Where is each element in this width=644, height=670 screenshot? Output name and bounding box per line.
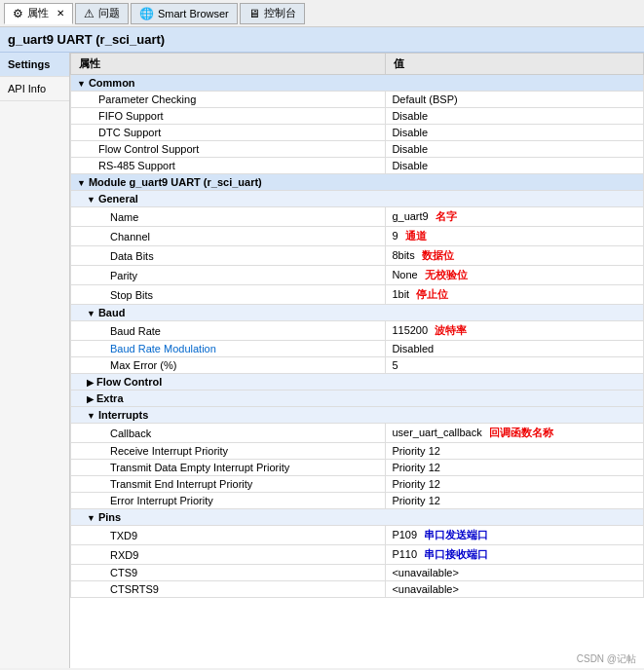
sidebar-item-settings[interactable]: Settings: [0, 53, 69, 77]
subsection-extra[interactable]: ▶Extra: [71, 391, 644, 407]
row-rxd9[interactable]: RXD9 P110 串口接收端口: [71, 545, 644, 565]
content-area: 属性 值 ▼Common Parameter Checking Default …: [70, 53, 644, 668]
row-txd9[interactable]: TXD9 P109 串口发送端口: [71, 526, 644, 545]
row-cts9[interactable]: CTS9 <unavailable>: [71, 565, 644, 581]
subsection-flow-control[interactable]: ▶Flow Control: [71, 374, 644, 391]
topbar: ⚙ 属性 ✕ ⚠ 问题 🌐 Smart Browser 🖥 控制台: [0, 0, 644, 27]
console-icon: 🖥: [248, 7, 260, 20]
collapse-module-icon: ▼: [77, 178, 86, 188]
subsection-general[interactable]: ▼General: [71, 191, 644, 207]
expand-extra-icon: ▶: [87, 394, 94, 404]
row-ctsrts9[interactable]: CTSRTS9 <unavailable>: [71, 581, 644, 598]
sidebar: Settings API Info: [0, 53, 70, 668]
close-icon[interactable]: ✕: [57, 8, 64, 19]
tab-smart-browser-label: Smart Browser: [158, 8, 229, 19]
row-receive-interrupt-priority[interactable]: Receive Interrupt Priority Priority 12: [71, 443, 644, 460]
title-bar: g_uart9 UART (r_sci_uart): [0, 27, 644, 53]
tab-console[interactable]: 🖥 控制台: [240, 3, 305, 24]
row-parity[interactable]: Parity None 无校验位: [71, 266, 644, 285]
row-flow-control-support[interactable]: Flow Control Support Disable: [71, 141, 644, 158]
collapse-baud-icon: ▼: [87, 309, 95, 318]
col-header-value: 值: [386, 54, 644, 75]
row-rs485-support[interactable]: RS-485 Support Disable: [71, 158, 644, 174]
row-data-bits[interactable]: Data Bits 8bits 数据位: [71, 246, 644, 266]
issues-icon: ⚠: [84, 7, 95, 20]
row-baud-rate[interactable]: Baud Rate 115200 波特率: [71, 321, 644, 341]
row-name[interactable]: Name g_uart9 名字: [71, 207, 644, 227]
page-title: g_uart9 UART (r_sci_uart): [8, 32, 165, 47]
properties-table: 属性 值 ▼Common Parameter Checking Default …: [70, 53, 644, 598]
tab-console-label: 控制台: [264, 6, 296, 20]
properties-icon: ⚙: [13, 7, 23, 20]
tab-properties-label: 属性: [27, 6, 49, 20]
col-header-property: 属性: [71, 54, 386, 75]
subsection-interrupts[interactable]: ▼Interrupts: [71, 407, 644, 424]
subsection-pins[interactable]: ▼Pins: [71, 509, 644, 526]
collapse-common-icon: ▼: [77, 79, 86, 89]
collapse-general-icon: ▼: [87, 195, 95, 205]
row-callback[interactable]: Callback user_uart_callback 回调函数名称: [71, 424, 644, 443]
tab-issues-label: 问题: [98, 6, 120, 20]
section-common[interactable]: ▼Common: [71, 75, 644, 92]
watermark: CSDN @记帖: [577, 652, 636, 666]
row-stop-bits[interactable]: Stop Bits 1bit 停止位: [71, 285, 644, 305]
tab-smart-browser[interactable]: 🌐 Smart Browser: [131, 3, 238, 24]
row-channel[interactable]: Channel 9 通道: [71, 227, 644, 246]
row-fifo-support[interactable]: FIFO Support Disable: [71, 108, 644, 125]
row-baud-modulation[interactable]: Baud Rate Modulation Disabled: [71, 341, 644, 357]
row-transmit-data-empty-priority[interactable]: Transmit Data Empty Interrupt Priority P…: [71, 460, 644, 476]
tab-issues[interactable]: ⚠ 问题: [75, 3, 129, 24]
collapse-interrupts-icon: ▼: [87, 411, 95, 421]
collapse-pins-icon: ▼: [87, 513, 95, 523]
subsection-baud[interactable]: ▼Baud: [71, 305, 644, 321]
section-module[interactable]: ▼Module g_uart9 UART (r_sci_uart): [71, 174, 644, 191]
smart-browser-icon: 🌐: [139, 7, 154, 20]
row-dtc-support[interactable]: DTC Support Disable: [71, 125, 644, 141]
row-error-interrupt-priority[interactable]: Error Interrupt Priority Priority 12: [71, 493, 644, 509]
tab-properties[interactable]: ⚙ 属性 ✕: [4, 3, 73, 24]
row-max-error[interactable]: Max Error (%) 5: [71, 357, 644, 374]
sidebar-item-api-info[interactable]: API Info: [0, 77, 69, 101]
expand-flow-control-icon: ▶: [87, 378, 94, 388]
row-parameter-checking[interactable]: Parameter Checking Default (BSP): [71, 92, 644, 108]
row-transmit-end-priority[interactable]: Transmit End Interrupt Priority Priority…: [71, 476, 644, 493]
